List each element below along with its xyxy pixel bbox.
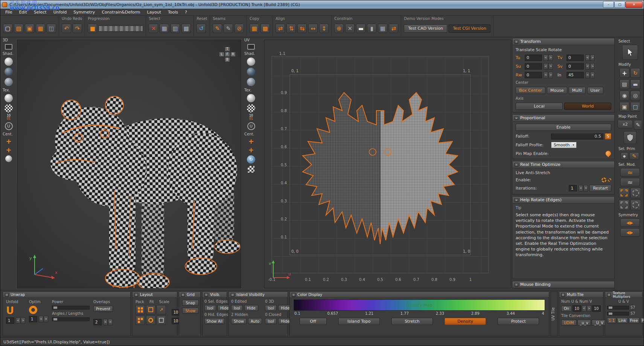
num-u-field[interactable]: 10 [572,305,581,312]
display-island-topo-button[interactable]: Island Topo [338,318,380,325]
pin-icon[interactable]: ⊕ [334,24,344,33]
rw-field[interactable]: 0 [525,72,542,78]
paint-brush-icon[interactable]: ✎ [634,120,642,130]
collapse-icon[interactable] [515,40,518,44]
rw-dec[interactable]: < [544,72,548,78]
protect-shield-icon[interactable] [624,131,636,144]
view-uv-icon[interactable] [247,44,255,50]
visib-isol-button[interactable]: Isol [204,305,216,311]
collapse-icon[interactable] [5,293,9,297]
axis-constrain-icon[interactable]: ⇄ [389,24,398,33]
close-button[interactable]: ✕ [626,1,642,8]
select-rows-icon[interactable]: ▥ [171,24,180,33]
redo-icon[interactable]: ↷ [73,24,82,33]
save-icon[interactable]: ▣ [25,24,34,33]
texel-density-icon[interactable]: 1001 [7,114,11,120]
display-stretch-button[interactable]: Stretch [391,318,433,325]
snapshot-icon[interactable]: ◫ [47,24,56,33]
optimize-button[interactable] [29,306,37,314]
axis-local-button[interactable]: Local [516,103,563,110]
link-button[interactable]: Link [617,317,627,323]
rw-inc[interactable]: > [548,72,553,78]
sv-field[interactable]: 0 [566,63,584,70]
circle-fit-icon[interactable] [146,316,155,325]
unfold-inc[interactable]: > [21,317,25,324]
seam-cut-icon[interactable]: ⊘ [234,24,244,33]
reset-icon[interactable]: ↺ [196,24,206,33]
pin-map-icon[interactable] [604,149,613,158]
menu-constrain-deform[interactable]: Constrain&Deform [98,9,143,15]
uv-center-pivot-icon[interactable]: + [248,138,254,145]
show-all-button[interactable]: Show All [204,318,225,324]
paste-uv-icon[interactable]: ▩ [260,24,270,33]
viewport-3d[interactable]: T L F R B y x [17,39,241,288]
wireframe-sphere-icon[interactable] [5,68,13,76]
overlap-dec[interactable]: < [103,319,108,325]
vertical-constrain-icon[interactable]: ▮ [367,24,376,33]
axis-world-button[interactable]: World [564,103,611,110]
uv-tile-strip[interactable]: UV Tile [551,291,557,336]
free-button[interactable]: Free [629,317,639,323]
island-hide-button[interactable]: Hide [244,305,258,311]
minimize-button[interactable]: – [603,1,614,8]
transform-header[interactable]: Transform [513,38,614,45]
uv-lower-button[interactable]: _u_v [577,320,591,326]
select-dense-grid-icon[interactable]: ▩ [181,24,191,33]
center-multi-button[interactable]: Multi [569,87,586,94]
power-slider[interactable] [52,306,90,310]
menu-select[interactable]: Select [30,9,50,15]
multi-tile-on-button[interactable]: On [561,306,572,312]
in-dec[interactable]: < [585,72,590,78]
uv-white-texture-icon[interactable] [247,94,255,102]
collapse-icon[interactable] [515,283,518,287]
title-bar[interactable]: C:/Users/Arquier/Documents/Unfold3D/WD/O… [0,0,644,9]
su-inc[interactable]: > [548,63,553,70]
uv-island-overlay-icon[interactable]: U [247,122,255,130]
menu-edit[interactable]: Edit [15,9,30,15]
optim-count[interactable]: 1 [29,316,37,322]
lion-model-3d[interactable] [17,40,241,288]
menu-symmetry[interactable]: Symmetry [70,9,98,15]
help-header[interactable]: Help Rotate (Edges) [513,197,614,203]
gear-small-icon[interactable] [608,178,611,182]
distribute-h-icon[interactable]: ↔ [308,24,318,33]
align-vertical-icon[interactable]: ⇅ [286,24,296,33]
unwrap-header[interactable]: Unwrap [3,292,130,298]
horizontal-constrain-icon[interactable]: ▬ [356,24,365,33]
grid-constrain-icon[interactable]: ▦ [378,24,387,33]
view-front-button[interactable]: F [225,52,230,57]
move-tool-icon[interactable]: + [620,68,629,78]
view-bottom-button[interactable]: B [225,57,230,62]
island-show-button[interactable]: Show [231,318,247,324]
x2-button[interactable]: x2 [618,120,633,128]
iterations-dec[interactable]: < [579,185,583,191]
marquee-select-icon[interactable] [619,188,629,198]
rotate-tool-icon[interactable]: ↻ [630,68,640,78]
center-selection-icon[interactable]: + [6,147,11,153]
align-swap-icon[interactable]: ⇆ [297,24,307,33]
center-pivot-icon[interactable]: + [6,138,11,145]
box-project-icon[interactable]: ▣ [620,102,629,112]
unpin-icon[interactable]: ✕ [345,24,355,33]
sv-inc[interactable]: > [590,63,595,70]
ratio-button[interactable]: 1:1 [607,317,616,323]
viewport-uv[interactable]: 1.1 0, 1 1, 1 0, 0 1, 0 0.9 0.8 0.7 0.6 … [264,39,512,288]
lasso-select-icon[interactable] [630,188,641,198]
unfold-count[interactable]: 1 [6,317,14,324]
visib-header[interactable]: Visib. [202,292,227,298]
soft-select-icon[interactable]: ≈ [620,168,640,176]
test-cgi-version-button[interactable]: Test CGI Version [449,24,490,33]
view-right-button[interactable]: R [230,52,236,57]
fit-icon[interactable] [146,305,155,314]
test-cad-version-button[interactable]: Test CAD Version [404,24,447,33]
falloff-slider[interactable]: 0.5 [551,134,603,140]
collapse-icon[interactable] [515,116,518,120]
sphere-grid-icon[interactable]: ◎ [630,91,640,100]
restart-button[interactable]: Restart [589,185,611,192]
prevent-overlaps-button[interactable]: Prevent [93,306,113,312]
pack-icon[interactable] [135,305,145,314]
island-3d-isol-button[interactable]: Isol [265,305,277,311]
collapse-icon[interactable] [231,293,234,297]
display-off-button[interactable]: Off [300,318,327,325]
uv-shaded-wire-sphere-icon[interactable] [247,78,255,86]
